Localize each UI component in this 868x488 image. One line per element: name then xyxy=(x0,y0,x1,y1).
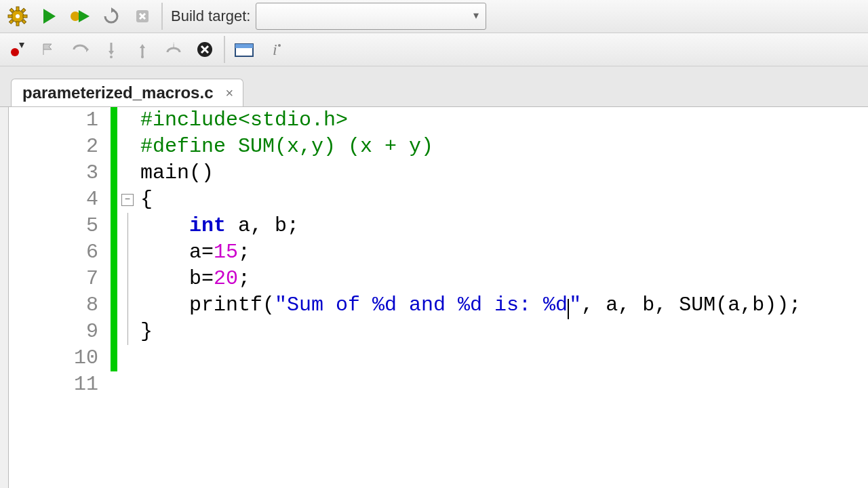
code-text[interactable]: a=15; xyxy=(138,239,250,266)
line-number: 1 xyxy=(9,107,111,134)
rebuild-button[interactable] xyxy=(96,1,126,31)
step-out-button[interactable] xyxy=(127,35,157,64)
info-button[interactable]: i xyxy=(260,35,290,64)
step-instr-icon: i xyxy=(164,40,183,59)
code-text[interactable]: main() xyxy=(138,160,214,186)
code-text[interactable]: { xyxy=(138,186,153,213)
line-number: 5 xyxy=(9,213,111,239)
code-line[interactable]: 1#include<stdio.h> xyxy=(9,107,868,134)
toolbar-divider xyxy=(161,3,163,30)
refresh-icon xyxy=(102,7,121,26)
line-number: 3 xyxy=(9,160,111,186)
build-target-select[interactable] xyxy=(256,3,486,30)
svg-marker-10 xyxy=(43,9,56,24)
run-to-cursor-button[interactable] xyxy=(34,35,64,64)
svg-marker-18 xyxy=(108,51,114,55)
svg-rect-2 xyxy=(16,7,19,11)
change-marker xyxy=(111,160,117,186)
run-button[interactable] xyxy=(34,1,64,31)
gear-icon xyxy=(7,6,28,26)
line-number: 8 xyxy=(9,292,111,319)
next-instruction-button[interactable]: i xyxy=(159,35,189,64)
code-editor[interactable]: 1#include<stdio.h>2#define SUM(x,y) (x +… xyxy=(8,107,868,488)
line-number: 4 xyxy=(9,186,111,213)
toolbar-debug: i i xyxy=(0,33,868,66)
change-marker xyxy=(111,134,117,160)
window-icon xyxy=(234,41,254,58)
info-icon: i xyxy=(267,40,283,59)
code-line[interactable]: 4−{ xyxy=(9,186,868,213)
fold-gutter xyxy=(117,345,138,371)
code-line[interactable]: 6 a=15; xyxy=(9,239,868,266)
debugging-windows-button[interactable] xyxy=(229,35,259,64)
build-and-run-button[interactable] xyxy=(65,1,95,31)
fold-gutter xyxy=(117,107,138,134)
fold-gutter xyxy=(117,319,138,345)
step-over-icon xyxy=(71,40,90,59)
svg-rect-25 xyxy=(235,44,253,48)
code-line[interactable]: 7 b=20; xyxy=(9,266,868,292)
line-number: 11 xyxy=(9,371,111,398)
line-number: 2 xyxy=(9,134,111,160)
svg-marker-12 xyxy=(79,10,90,22)
fold-gutter: − xyxy=(117,186,138,213)
build-button[interactable] xyxy=(3,1,33,31)
svg-marker-17 xyxy=(86,47,89,52)
tab-title: parameterized_macros.c xyxy=(22,83,213,102)
svg-marker-16 xyxy=(19,43,24,48)
change-marker xyxy=(111,371,117,398)
next-line-button[interactable] xyxy=(65,35,95,64)
svg-point-27 xyxy=(278,44,281,47)
build-target-label: Build target: xyxy=(171,7,250,25)
stop-icon xyxy=(134,7,151,25)
svg-point-19 xyxy=(110,56,113,58)
toolbar-divider xyxy=(224,36,225,63)
fold-gutter xyxy=(117,213,138,239)
code-line[interactable]: 2#define SUM(x,y) (x + y) xyxy=(9,134,868,160)
fold-gutter xyxy=(117,239,138,266)
code-text[interactable] xyxy=(138,345,140,371)
svg-text:i: i xyxy=(273,41,277,58)
file-tab[interactable]: parameterized_macros.c × xyxy=(11,79,243,106)
stop-debugger-button[interactable] xyxy=(190,35,220,64)
svg-point-1 xyxy=(16,14,20,18)
step-out-icon xyxy=(133,40,152,59)
change-marker xyxy=(111,292,117,319)
svg-rect-4 xyxy=(8,15,12,18)
change-marker xyxy=(111,319,117,345)
change-marker xyxy=(111,266,117,292)
fold-gutter xyxy=(117,371,138,398)
code-line[interactable]: 11 xyxy=(9,371,868,398)
change-marker xyxy=(111,107,117,134)
run-to-cursor-icon xyxy=(39,40,58,59)
code-text[interactable] xyxy=(138,371,140,398)
line-number: 7 xyxy=(9,266,111,292)
code-line[interactable]: 10 xyxy=(9,345,868,371)
change-marker xyxy=(111,239,117,266)
code-line[interactable]: 3main() xyxy=(9,160,868,186)
code-text[interactable]: printf("Sum of %d and %d is: %d", a, b, … xyxy=(138,292,801,319)
change-marker xyxy=(111,345,117,371)
svg-point-11 xyxy=(71,12,80,21)
close-icon[interactable]: × xyxy=(222,85,236,101)
fold-gutter xyxy=(117,134,138,160)
code-line[interactable]: 8 printf("Sum of %d and %d is: %d", a, b… xyxy=(9,292,868,319)
abort-button[interactable] xyxy=(127,1,157,31)
code-text[interactable]: #define SUM(x,y) (x + y) xyxy=(138,134,433,160)
tab-strip: parameterized_macros.c × xyxy=(0,66,868,107)
step-into-button[interactable] xyxy=(96,35,126,64)
code-text[interactable]: int a, b; xyxy=(138,213,299,239)
fold-toggle[interactable]: − xyxy=(121,194,134,206)
svg-marker-20 xyxy=(140,44,145,48)
fold-gutter xyxy=(117,266,138,292)
debug-start-button[interactable] xyxy=(3,35,33,64)
change-marker xyxy=(111,186,117,213)
code-text[interactable]: #include<stdio.h> xyxy=(138,107,348,134)
fold-gutter xyxy=(117,160,138,186)
code-text[interactable]: b=20; xyxy=(138,266,250,292)
code-text[interactable]: } xyxy=(138,319,153,345)
code-line[interactable]: 9} xyxy=(9,319,868,345)
svg-point-15 xyxy=(11,48,19,56)
svg-rect-3 xyxy=(16,22,19,26)
code-line[interactable]: 5 int a, b; xyxy=(9,213,868,239)
